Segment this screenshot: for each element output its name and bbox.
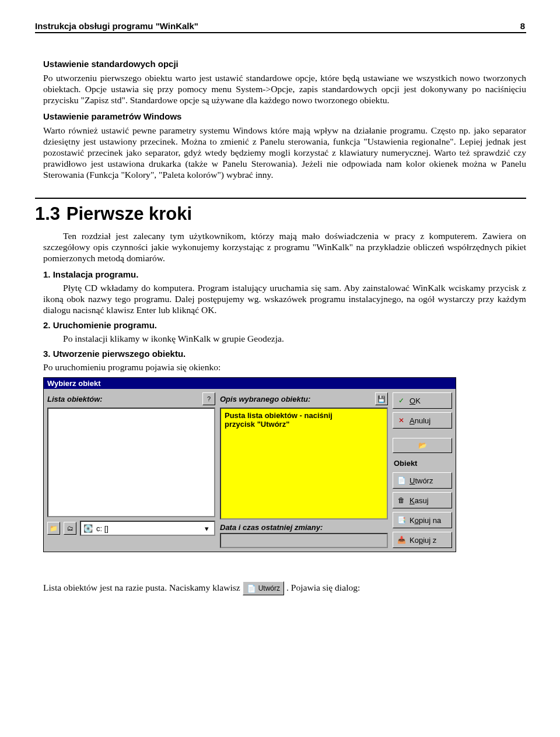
step1-body: Płytę CD wkładamy do komputera. Program … xyxy=(43,282,526,315)
page-number: 8 xyxy=(520,21,526,31)
dialog-titlebar: Wybierz obiekt xyxy=(44,378,456,389)
subheading-standard-options: Ustawienie standardowych opcji xyxy=(43,59,526,69)
open-folder-button[interactable]: 📂 xyxy=(393,438,452,453)
chevron-down-icon: ▾ xyxy=(201,524,212,533)
paragraph-windows-params: Warto również ustawić pewne parametry sy… xyxy=(43,125,526,180)
step3-heading: 3. Utworzenie pierwszego obiektu. xyxy=(43,349,526,359)
help-icon[interactable]: ? xyxy=(202,392,215,405)
final-pre: Lista obiektów jest na razie pusta. Naci… xyxy=(43,582,243,592)
opis-obiektu-label: Opis wybranego obiektu: xyxy=(220,395,373,403)
section-heading: 1.3 Pierwsze kroki xyxy=(35,203,526,224)
paragraph-standard-options: Po utworzeniu pierwszego obiektu warto j… xyxy=(43,72,526,106)
dialog-wybierz-obiekt: Wybierz obiekt Lista obiektów: ? 📁 🗂 💽 c… xyxy=(43,377,456,552)
copy-out-icon: 📑 xyxy=(397,516,406,524)
utworz-button[interactable]: 📄 Utwórz xyxy=(393,472,452,489)
lista-obiektow-listbox[interactable] xyxy=(47,408,215,517)
section-intro: Ten rozdział jest zalecany tym użytkowni… xyxy=(43,230,526,264)
folder-tree-icon[interactable]: 🗂 xyxy=(64,522,76,535)
kopiuj-z-button[interactable]: 📥 Kopiuj z xyxy=(393,532,452,548)
ok-button[interactable]: ✓ OOKK xyxy=(393,392,452,409)
kopiuj-na-button[interactable]: 📑 Kopiuj na xyxy=(393,512,452,528)
final-paragraph: Lista obiektów jest na razie pusta. Naci… xyxy=(43,581,526,595)
header-rule xyxy=(35,32,526,33)
inline-utworz-button[interactable]: 📄 Utwórz xyxy=(243,581,284,595)
drive-value: c: [] xyxy=(96,524,198,533)
data-zmiany-value xyxy=(220,533,388,548)
page-title: Instrukcja obsługi programu "WinKalk" xyxy=(35,21,198,31)
kasuj-button[interactable]: 🗑 Kasuj xyxy=(393,492,452,508)
desc-line-1: Pusta lista obiektów - naciśnij xyxy=(225,411,383,420)
inline-utworz-label: Utwórz xyxy=(258,584,280,592)
copy-in-icon: 📥 xyxy=(397,536,406,544)
file-new-icon: 📄 xyxy=(247,584,256,593)
check-icon: ✓ xyxy=(397,396,406,405)
opis-obiektu-textbox[interactable]: Pusta lista obiektów - naciśnij przycisk… xyxy=(220,408,388,520)
section-number: 1.3 xyxy=(35,203,60,224)
step2-body: Po instalacji klikamy w ikonkę WinKalk w… xyxy=(43,333,526,344)
final-post: . Pojawia się dialog: xyxy=(286,582,360,592)
subheading-windows-params: Ustawienie parametrów Windows xyxy=(43,111,526,121)
save-icon[interactable]: 💾 xyxy=(375,392,388,405)
step2-heading: 2. Uruchomienie programu. xyxy=(43,320,526,330)
folder-up-icon[interactable]: 📁 xyxy=(47,522,60,535)
step1-heading: 1. Instalacja programu. xyxy=(43,269,526,279)
drive-combobox[interactable]: 💽 c: [] ▾ xyxy=(80,521,215,536)
data-zmiany-label: Data i czas ostatniej zmiany: xyxy=(220,523,388,532)
section-title: Pierwsze kroki xyxy=(66,203,192,224)
obiekt-label: Obiekt xyxy=(394,459,452,468)
drive-icon: 💽 xyxy=(83,524,93,533)
section-rule xyxy=(35,198,526,199)
file-new-icon: 📄 xyxy=(397,476,406,485)
desc-line-2: przycisk "Utwórz" xyxy=(225,420,383,429)
step3-body: Po uruchomieniu programu pojawia się oki… xyxy=(43,362,526,373)
folder-open-icon: 📂 xyxy=(418,441,427,450)
trash-icon: 🗑 xyxy=(397,496,406,504)
anuluj-button[interactable]: ✕ Anuluj xyxy=(393,412,452,429)
close-icon: ✕ xyxy=(397,416,406,424)
lista-obiektow-label: Lista obiektów: xyxy=(47,395,200,403)
